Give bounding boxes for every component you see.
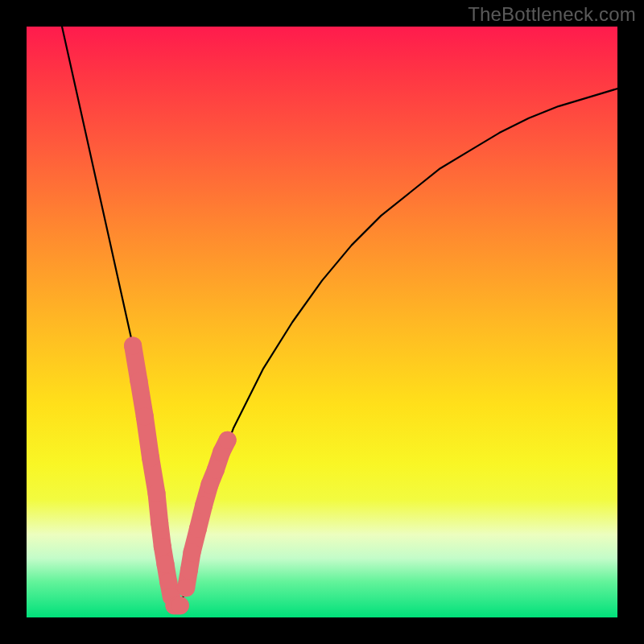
marker-left-dot-3 bbox=[142, 449, 159, 467]
bottleneck-curve bbox=[62, 27, 617, 605]
marker-left-dot-8 bbox=[159, 573, 177, 591]
plot-area bbox=[27, 27, 617, 617]
marker-bottom-dot-2 bbox=[171, 597, 189, 614]
marker-left-dot-1 bbox=[130, 372, 148, 390]
chart-svg bbox=[27, 27, 617, 617]
marker-right-dot-0 bbox=[177, 579, 195, 597]
marker-left-dot-6 bbox=[154, 538, 171, 555]
marker-right-dot-8 bbox=[219, 431, 237, 449]
chart-frame: TheBottleneck.com bbox=[0, 0, 644, 644]
marker-right-dot-6 bbox=[207, 461, 225, 479]
marker-right-dot-2 bbox=[184, 543, 201, 561]
curve-layer bbox=[62, 27, 617, 605]
marker-layer bbox=[124, 336, 237, 614]
watermark-text: TheBottleneck.com bbox=[468, 3, 636, 26]
marker-right-dot-3 bbox=[189, 520, 207, 538]
marker-left-dot-4 bbox=[148, 485, 166, 502]
marker-left-dot-7 bbox=[157, 555, 175, 573]
marker-right-dot-1 bbox=[180, 561, 198, 579]
marker-left-dot-2 bbox=[136, 407, 154, 425]
marker-left-dot-5 bbox=[151, 514, 168, 532]
marker-right-dot-4 bbox=[195, 497, 213, 514]
marker-left-dot-0 bbox=[124, 336, 142, 354]
